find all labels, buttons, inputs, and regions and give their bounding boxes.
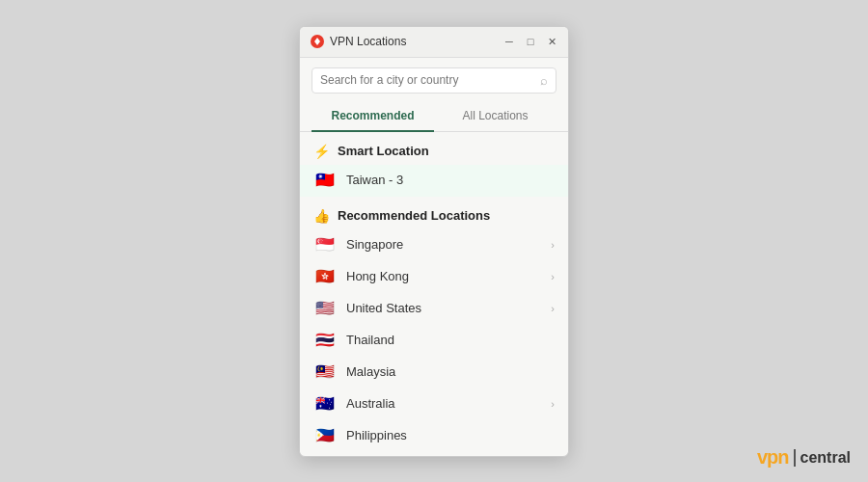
- list-item[interactable]: 🇲🇾 Malaysia: [300, 357, 568, 388]
- list-item[interactable]: 🇸🇬 Singapore ›: [300, 229, 568, 261]
- list-item[interactable]: 🇦🇺 Australia ›: [300, 388, 568, 420]
- list-item[interactable]: 🇵🇭 Philippines: [300, 420, 568, 452]
- chevron-right-icon: ›: [551, 303, 555, 314]
- flag-us: 🇺🇸: [313, 301, 337, 316]
- maximize-button[interactable]: □: [524, 35, 537, 48]
- list-item[interactable]: 🇹🇭 Thailand: [300, 325, 568, 357]
- search-box: ⌕: [312, 67, 556, 94]
- recommended-locations-heading: 👍 Recommended Locations: [300, 197, 568, 229]
- window-controls: ─ □ ✕: [502, 35, 558, 48]
- flag-philippines: 🇵🇭: [313, 428, 337, 443]
- tab-all-locations[interactable]: All Locations: [434, 101, 556, 132]
- watermark-separator: [794, 449, 796, 467]
- vpn-logo-icon: [310, 34, 325, 49]
- flag-australia: 🇦🇺: [313, 396, 337, 412]
- watermark: vpn central: [757, 446, 851, 469]
- list-item[interactable]: 🇭🇰 Hong Kong ›: [300, 261, 568, 293]
- flag-thailand: 🇹🇭: [313, 333, 337, 348]
- chevron-right-icon: ›: [551, 239, 555, 251]
- tab-bar: Recommended All Locations: [300, 101, 568, 132]
- smart-location-icon: ⚡: [313, 144, 330, 159]
- flag-taiwan: 🇹🇼: [313, 173, 337, 188]
- vpn-window: VPN Locations ─ □ ✕ ⌕ Recommended All Lo…: [299, 26, 569, 457]
- chevron-right-icon: ›: [551, 398, 555, 410]
- chevron-right-icon: ›: [551, 271, 555, 282]
- close-button[interactable]: ✕: [545, 35, 558, 48]
- watermark-vpn: vpn: [757, 446, 789, 469]
- list-item[interactable]: 🇹🇼 Taiwan - 3: [300, 165, 568, 197]
- flag-hong-kong: 🇭🇰: [313, 269, 337, 284]
- watermark-central: central: [800, 449, 851, 467]
- smart-location-heading: ⚡ Smart Location: [300, 132, 568, 165]
- search-icon: ⌕: [540, 73, 548, 88]
- minimize-button[interactable]: ─: [502, 35, 516, 48]
- search-input[interactable]: [320, 73, 534, 87]
- flag-malaysia: 🇲🇾: [313, 364, 337, 380]
- search-area: ⌕: [300, 58, 568, 101]
- tab-recommended[interactable]: Recommended: [312, 101, 434, 132]
- title-bar: VPN Locations ─ □ ✕: [300, 27, 568, 58]
- thumbs-up-icon: 👍: [313, 208, 330, 224]
- title-bar-logo: VPN Locations: [310, 34, 502, 49]
- window-title: VPN Locations: [330, 35, 406, 48]
- flag-singapore: 🇸🇬: [313, 237, 337, 253]
- location-list: ⚡ Smart Location 🇹🇼 Taiwan - 3 👍 Recomme…: [300, 132, 568, 456]
- list-item[interactable]: 🇺🇸 United States ›: [300, 293, 568, 325]
